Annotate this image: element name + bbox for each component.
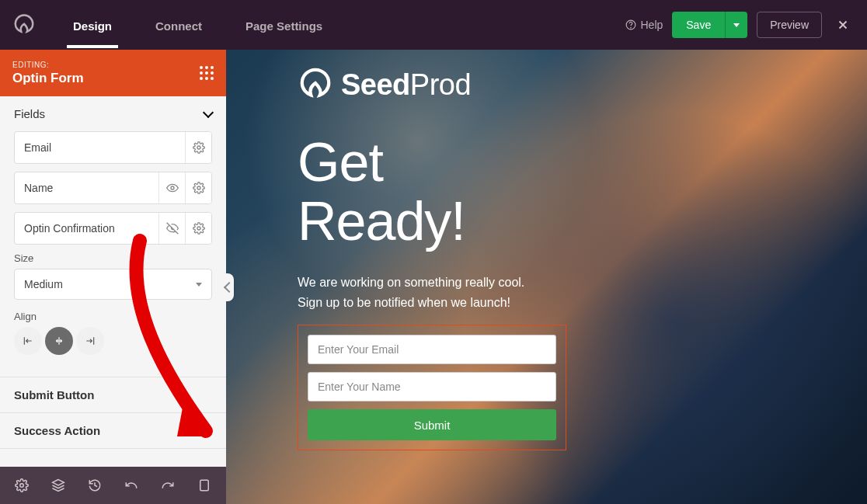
align-left-button[interactable]: [14, 327, 42, 355]
size-select[interactable]: Medium: [14, 269, 212, 300]
drag-handle-icon[interactable]: [200, 66, 214, 80]
name-input[interactable]: [308, 372, 556, 401]
close-icon: [836, 18, 850, 32]
field-label: Optin Confirmation: [15, 222, 158, 235]
svg-point-1: [631, 27, 632, 28]
email-input[interactable]: [308, 335, 556, 364]
align-right-icon: [85, 335, 96, 346]
align-center-button[interactable]: [45, 327, 73, 355]
subheading-line2: Sign up to be notified when we launch!: [298, 293, 867, 313]
size-label: Size: [14, 252, 212, 264]
field-visibility-button[interactable]: [158, 172, 185, 204]
sidebar: EDITING: Optin Form Fields Email: [0, 50, 226, 504]
undo-icon: [124, 478, 138, 492]
gear-icon: [193, 141, 205, 154]
svg-point-2: [197, 146, 200, 149]
help-icon: [625, 19, 636, 30]
section-submit-title: Submit Button: [14, 388, 94, 401]
chevron-down-icon: [203, 106, 214, 117]
caret-down-icon: [196, 283, 202, 287]
tab-design[interactable]: Design: [67, 2, 118, 48]
headline-line1: Get: [298, 134, 867, 193]
seedprod-logo: SeedProd: [298, 67, 867, 103]
footer-layers-button[interactable]: [44, 471, 71, 499]
footer-history-button[interactable]: [81, 471, 108, 499]
align-center-icon: [54, 335, 64, 346]
preview-button[interactable]: Preview: [757, 12, 822, 38]
field-row-optin-confirmation[interactable]: Optin Confirmation: [14, 212, 212, 245]
caret-down-icon: [733, 23, 740, 27]
field-settings-button[interactable]: [185, 172, 211, 204]
submit-button[interactable]: Submit: [308, 409, 556, 440]
canvas: SeedProd Get Ready! We are working on so…: [226, 50, 867, 504]
svg-rect-7: [200, 480, 209, 491]
field-row-email[interactable]: Email: [14, 131, 212, 164]
sidebar-footer: [0, 467, 226, 504]
history-icon: [88, 478, 102, 492]
headline-line2: Ready!: [298, 193, 867, 252]
gear-icon: [193, 222, 205, 235]
footer-redo-button[interactable]: [155, 471, 182, 499]
section-success-action-header[interactable]: Success Action: [0, 413, 226, 448]
eye-off-icon: [166, 222, 179, 235]
align-left-icon: [23, 335, 33, 346]
seedprod-logotype: SeedProd: [341, 68, 471, 102]
subheading: We are working on something really cool.…: [298, 273, 867, 312]
size-value: Medium: [24, 278, 63, 290]
headline: Get Ready!: [298, 134, 867, 251]
layers-icon: [51, 478, 65, 492]
field-visibility-button[interactable]: [158, 212, 185, 245]
leaf-icon: [298, 67, 333, 103]
app-logo-icon: [12, 13, 36, 36]
help-link[interactable]: Help: [625, 19, 663, 31]
editing-label: EDITING:: [12, 61, 84, 69]
topbar-right: Help Save Preview: [625, 12, 855, 38]
field-label: Email: [15, 141, 185, 154]
field-settings-button[interactable]: [185, 131, 211, 164]
footer-settings-button[interactable]: [8, 471, 35, 499]
section-submit-button-header[interactable]: Submit Button: [0, 377, 226, 412]
save-button[interactable]: Save: [672, 12, 725, 38]
gear-icon: [15, 478, 29, 492]
align-group: [14, 327, 212, 355]
tablet-icon: [197, 478, 211, 492]
save-button-group: Save: [672, 12, 747, 38]
workspace: EDITING: Optin Form Fields Email: [0, 50, 867, 504]
tab-connect[interactable]: Connect: [149, 2, 208, 48]
close-button[interactable]: [831, 13, 855, 36]
section-fields-title: Fields: [14, 107, 45, 120]
optin-form[interactable]: Submit: [298, 325, 566, 450]
save-dropdown-button[interactable]: [725, 12, 747, 38]
sidebar-header: EDITING: Optin Form: [0, 50, 226, 96]
field-row-name[interactable]: Name: [14, 172, 212, 204]
footer-device-button[interactable]: [191, 471, 218, 499]
svg-point-5: [197, 227, 200, 230]
editing-title: Optin Form: [12, 71, 84, 86]
subheading-line1: We are working on something really cool.: [298, 273, 867, 293]
align-label: Align: [14, 311, 212, 322]
svg-point-6: [19, 484, 23, 488]
sidebar-collapse-button[interactable]: [223, 273, 234, 301]
align-right-button[interactable]: [76, 327, 104, 355]
section-success-title: Success Action: [14, 424, 100, 437]
topbar: Design Connect Page Settings Help Save P…: [0, 0, 867, 50]
tab-page-settings[interactable]: Page Settings: [239, 2, 329, 48]
svg-point-4: [197, 186, 200, 189]
panel-body: Fields Email Name: [0, 96, 226, 467]
eye-icon: [166, 182, 179, 194]
field-settings-button[interactable]: [185, 212, 211, 245]
svg-point-3: [171, 186, 174, 189]
chevron-left-icon: [224, 282, 235, 293]
redo-icon: [161, 478, 175, 492]
footer-undo-button[interactable]: [118, 471, 145, 499]
field-label: Name: [15, 182, 158, 194]
section-fields-header[interactable]: Fields: [0, 96, 226, 131]
nav-tabs: Design Connect Page Settings: [67, 2, 329, 48]
help-label: Help: [640, 19, 663, 31]
gear-icon: [193, 182, 205, 194]
